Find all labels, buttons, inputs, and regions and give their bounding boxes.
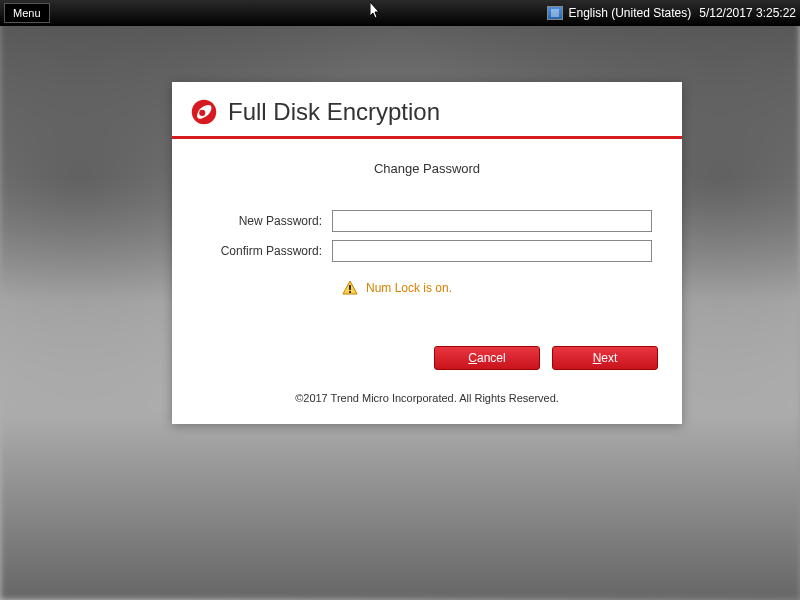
trend-micro-logo-icon — [190, 98, 218, 126]
top-taskbar: Menu English (United States) 5/12/2017 3… — [0, 0, 800, 26]
new-password-input[interactable] — [332, 210, 652, 232]
copyright-footer: ©2017 Trend Micro Incorporated. All Righ… — [172, 384, 682, 424]
cancel-button-rest: ancel — [477, 351, 506, 365]
next-button-rest: ext — [601, 351, 617, 365]
svg-rect-2 — [349, 285, 351, 290]
warning-triangle-icon — [342, 280, 358, 296]
datetime-label: 5/12/2017 3:25:22 — [699, 6, 796, 20]
next-button[interactable]: Next — [552, 346, 658, 370]
warning-row: Num Lock is on. — [172, 266, 682, 326]
confirm-password-label: Confirm Password: — [202, 244, 332, 258]
dialog-header: Full Disk Encryption — [172, 82, 682, 136]
language-label[interactable]: English (United States) — [569, 6, 692, 20]
warning-text: Num Lock is on. — [366, 281, 452, 295]
svg-point-1 — [199, 110, 205, 116]
menu-button[interactable]: Menu — [4, 3, 50, 23]
confirm-password-row: Confirm Password: — [172, 236, 682, 266]
confirm-password-input[interactable] — [332, 240, 652, 262]
new-password-row: New Password: — [172, 206, 682, 236]
monitor-icon — [547, 6, 563, 20]
dialog-subtitle: Change Password — [172, 139, 682, 206]
new-password-label: New Password: — [202, 214, 332, 228]
button-row: Cancel Next — [172, 326, 682, 384]
change-password-dialog: Full Disk Encryption Change Password New… — [172, 82, 682, 424]
cancel-button[interactable]: Cancel — [434, 346, 540, 370]
svg-rect-3 — [349, 291, 351, 293]
dialog-title: Full Disk Encryption — [228, 98, 440, 126]
mouse-cursor-icon — [370, 2, 382, 20]
